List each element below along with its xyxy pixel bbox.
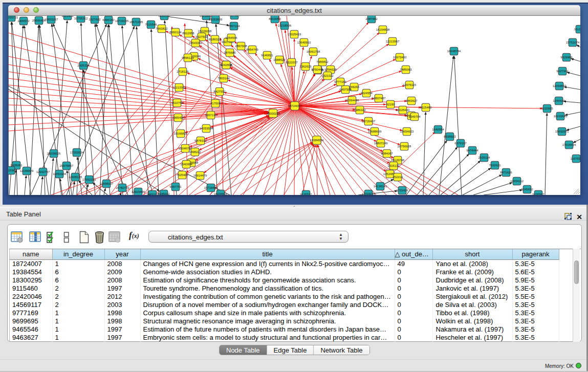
svg-text:2935114: 2935114 bbox=[478, 156, 491, 159]
svg-text:2718126: 2718126 bbox=[177, 70, 189, 73]
svg-text:20206526: 20206526 bbox=[47, 152, 61, 155]
svg-text:9790448: 9790448 bbox=[311, 68, 323, 71]
svg-text:1733426: 1733426 bbox=[396, 189, 408, 192]
svg-text:2867608: 2867608 bbox=[235, 45, 247, 48]
svg-text:6379197: 6379197 bbox=[454, 142, 467, 145]
svg-text:8660124: 8660124 bbox=[169, 31, 182, 34]
svg-text:8912958: 8912958 bbox=[182, 32, 194, 35]
svg-text:9896123: 9896123 bbox=[182, 56, 194, 59]
svg-text:9327503: 9327503 bbox=[195, 35, 208, 38]
svg-text:9135512: 9135512 bbox=[300, 193, 312, 195]
svg-text:20975867: 20975867 bbox=[60, 164, 74, 167]
svg-text:2087682: 2087682 bbox=[365, 17, 378, 20]
svg-text:7663822: 7663822 bbox=[156, 27, 168, 30]
svg-text:5878312: 5878312 bbox=[194, 139, 207, 142]
svg-text:62160: 62160 bbox=[386, 103, 395, 106]
svg-text:16120746: 16120746 bbox=[391, 159, 405, 162]
svg-text:10807487: 10807487 bbox=[372, 97, 386, 100]
svg-text:10958107: 10958107 bbox=[100, 182, 114, 185]
svg-text:11451904: 11451904 bbox=[53, 172, 67, 176]
svg-text:13640910: 13640910 bbox=[297, 41, 311, 44]
svg-text:16154838: 16154838 bbox=[376, 28, 390, 31]
svg-text:7803144: 7803144 bbox=[217, 77, 230, 80]
svg-text:16648784: 16648784 bbox=[447, 50, 461, 53]
svg-text:8427552: 8427552 bbox=[213, 90, 226, 93]
svg-text:10025433: 10025433 bbox=[396, 108, 410, 112]
svg-text:12905135: 12905135 bbox=[69, 176, 82, 179]
svg-text:7857224: 7857224 bbox=[228, 16, 241, 17]
svg-text:9146821: 9146821 bbox=[261, 54, 273, 57]
svg-text:1362615: 1362615 bbox=[299, 65, 312, 68]
svg-text:19384554: 19384554 bbox=[310, 139, 324, 142]
svg-text:20756928: 20756928 bbox=[398, 145, 411, 148]
svg-text:10973493: 10973493 bbox=[393, 56, 407, 59]
svg-text:3875685: 3875685 bbox=[224, 51, 236, 54]
svg-text:8245012: 8245012 bbox=[158, 192, 170, 195]
svg-text:7632621: 7632621 bbox=[489, 164, 501, 167]
svg-text:17016504: 17016504 bbox=[562, 143, 576, 146]
svg-text:12213967: 12213967 bbox=[386, 40, 400, 43]
svg-text:9463112: 9463112 bbox=[147, 193, 159, 195]
svg-text:1254546: 1254546 bbox=[225, 36, 237, 39]
svg-text:1498222: 1498222 bbox=[189, 150, 201, 154]
svg-text:1167534: 1167534 bbox=[571, 157, 580, 160]
svg-text:15226058: 15226058 bbox=[198, 30, 212, 33]
svg-text:17353924: 17353924 bbox=[70, 151, 84, 154]
svg-text:3267130: 3267130 bbox=[205, 114, 217, 117]
svg-text:3915903: 3915903 bbox=[8, 169, 17, 172]
svg-text:10210643: 10210643 bbox=[554, 115, 568, 118]
svg-text:17952223: 17952223 bbox=[82, 178, 96, 181]
svg-text:16671355: 16671355 bbox=[129, 20, 143, 24]
svg-text:10755312: 10755312 bbox=[74, 17, 88, 20]
svg-text:19166825: 19166825 bbox=[174, 132, 188, 135]
svg-text:1527602: 1527602 bbox=[89, 18, 101, 21]
svg-text:15692971: 15692971 bbox=[555, 130, 569, 133]
svg-text:1621022: 1621022 bbox=[321, 74, 334, 77]
svg-text:16961758: 16961758 bbox=[307, 50, 320, 53]
svg-text:8454749: 8454749 bbox=[246, 48, 258, 51]
svg-text:9227342: 9227342 bbox=[556, 70, 569, 73]
svg-text:9777169: 9777169 bbox=[334, 80, 346, 83]
svg-text:2005334: 2005334 bbox=[77, 64, 90, 67]
svg-text:1965498: 1965498 bbox=[172, 116, 184, 119]
svg-text:8322037: 8322037 bbox=[286, 61, 298, 64]
svg-text:7625402: 7625402 bbox=[176, 173, 188, 177]
svg-text:1615132: 1615132 bbox=[387, 164, 400, 167]
svg-text:8135511: 8135511 bbox=[159, 16, 171, 17]
svg-text:14353594: 14353594 bbox=[200, 127, 213, 130]
svg-text:18724007: 18724007 bbox=[288, 104, 302, 107]
svg-text:9474444: 9474444 bbox=[466, 149, 478, 152]
svg-text:9084067: 9084067 bbox=[381, 152, 393, 155]
svg-text:12942757: 12942757 bbox=[36, 170, 50, 173]
svg-text:19218506: 19218506 bbox=[278, 24, 292, 27]
svg-text:16053809: 16053809 bbox=[209, 18, 223, 21]
svg-text:12975115: 12975115 bbox=[403, 83, 417, 86]
svg-text:1112065: 1112065 bbox=[574, 28, 580, 31]
svg-text:12093877: 12093877 bbox=[553, 84, 567, 87]
svg-text:1588520: 1588520 bbox=[273, 58, 286, 61]
svg-text:19654923: 19654923 bbox=[400, 130, 414, 133]
svg-text:1244419: 1244419 bbox=[553, 99, 565, 102]
svg-text:12156829: 12156829 bbox=[20, 169, 34, 172]
svg-text:3215955: 3215955 bbox=[541, 107, 553, 110]
svg-text:9135567: 9135567 bbox=[532, 193, 545, 195]
svg-text:16914479: 16914479 bbox=[193, 174, 207, 177]
svg-text:10654112: 10654112 bbox=[510, 180, 524, 183]
svg-text:252214: 252214 bbox=[393, 176, 403, 179]
svg-text:417004: 417004 bbox=[210, 102, 221, 105]
svg-text:18300295: 18300295 bbox=[267, 112, 280, 115]
svg-text:9657791: 9657791 bbox=[169, 185, 182, 188]
svg-text:7986322: 7986322 bbox=[354, 108, 366, 112]
svg-text:13325419: 13325419 bbox=[288, 33, 301, 36]
svg-text:1540994: 1540994 bbox=[180, 163, 192, 166]
svg-text:1640954: 1640954 bbox=[432, 128, 444, 131]
svg-text:15720407: 15720407 bbox=[362, 120, 376, 123]
svg-text:21364436: 21364436 bbox=[345, 99, 359, 102]
svg-text:10688609: 10688609 bbox=[368, 130, 382, 133]
svg-text:6466160: 6466160 bbox=[102, 18, 115, 21]
svg-text:9121913: 9121913 bbox=[61, 16, 74, 17]
svg-text:8938923: 8938923 bbox=[444, 135, 456, 138]
svg-text:10046784: 10046784 bbox=[179, 147, 192, 150]
svg-text:1405572: 1405572 bbox=[17, 19, 30, 23]
svg-text:15751074: 15751074 bbox=[566, 41, 580, 44]
